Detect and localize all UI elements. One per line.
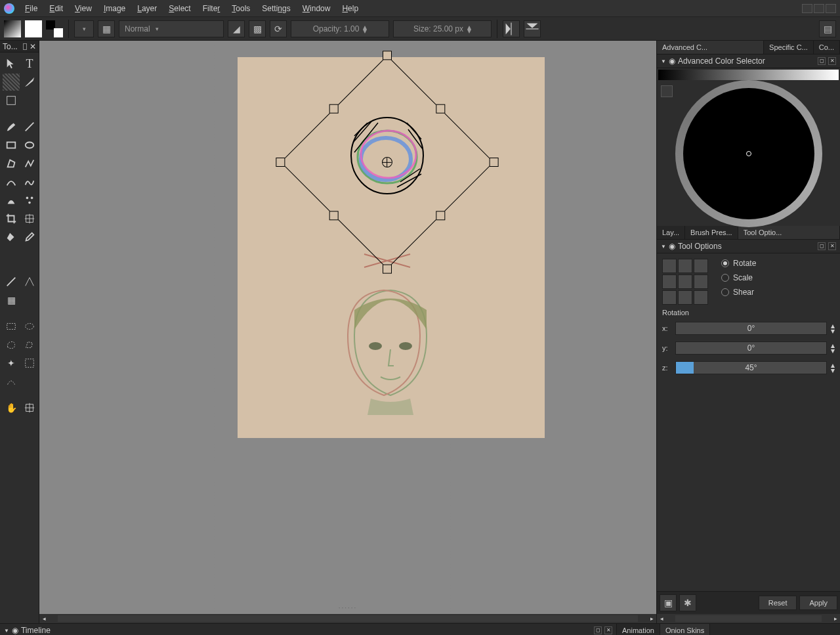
measure-tool[interactable] [3,273,20,290]
rect-tool[interactable] [3,137,20,154]
close-panel-icon[interactable]: ✕ [604,626,612,634]
color-config-icon[interactable] [661,85,673,97]
text-tool[interactable]: T [21,55,38,72]
handle-tl[interactable] [383,51,392,60]
bezier-tool[interactable] [3,173,20,190]
menu-view[interactable]: View [70,1,97,16]
canvas-viewport[interactable]: ······ ◂▸ [39,41,656,623]
menu-tools[interactable]: Tools [226,1,255,16]
handle-br[interactable] [383,265,392,274]
opacity-field[interactable]: Opacity: 1.00▴▾ [291,20,389,37]
tab-compositions[interactable]: Co... [814,41,840,54]
tab-advanced-color[interactable]: Advanced C... [657,41,764,54]
canvas-scrollbar-h[interactable]: ◂▸ [39,614,656,623]
right-scrollbar-h[interactable]: ◂▸ [657,614,840,623]
transform-pivot-icon[interactable] [380,155,395,170]
canvas-resize-grip[interactable]: ······ [39,604,656,611]
reload-brush-icon[interactable]: ⟳ [270,20,287,37]
ellipse-tool[interactable] [21,137,38,154]
mirror-v-icon[interactable] [524,20,541,37]
radio-rotate[interactable]: Rotate [721,259,756,268]
mirror-h-icon[interactable] [503,20,520,37]
poly-select-tool[interactable] [21,336,38,353]
move-tool[interactable] [3,55,20,72]
brush-preset-dd[interactable] [74,20,94,37]
crop-tool[interactable] [3,210,20,227]
transform-tool[interactable] [3,74,20,91]
menu-edit[interactable]: Edit [44,1,68,16]
handle-tr[interactable] [490,158,499,167]
tab-specific-color[interactable]: Specific C... [764,41,814,54]
contiguous-select-tool[interactable]: ✦ [3,355,20,372]
handle-bm[interactable] [329,211,339,220]
freehand-path-tool[interactable] [21,173,38,190]
pattern-swatch[interactable] [25,20,42,37]
float-panel-icon[interactable]: ◻ [818,57,826,65]
rotation-y-field[interactable]: 0° [675,341,827,355]
menu-window[interactable]: Window [297,1,336,16]
float-dock-icon[interactable] [23,43,27,50]
apply-button[interactable]: Apply [799,596,837,610]
edit-shapes-tool[interactable] [21,74,38,91]
close-dock-icon[interactable]: ✕ [30,42,36,51]
gradient-tool[interactable] [3,247,20,264]
tab-tool-options[interactable]: Tool Optio... [738,226,840,239]
handle-bl[interactable] [276,158,285,167]
line-tool[interactable] [21,118,38,135]
multi-brush-tool[interactable] [21,192,38,209]
move-layer-tool[interactable] [21,210,38,227]
menu-image[interactable]: Image [98,1,131,16]
menu-help[interactable]: Help [337,1,364,16]
reset-button[interactable]: Reset [759,596,797,610]
float-panel-icon[interactable]: ◻ [594,626,602,634]
rotation-z-field[interactable]: 45° [675,361,827,374]
menu-layer[interactable]: Layer [132,1,162,16]
menu-select[interactable]: Select [163,1,196,16]
radio-shear[interactable]: Shear [721,288,756,297]
tab-animation[interactable]: Animation [617,624,660,635]
color-wheel[interactable] [683,88,814,219]
reference-tool[interactable]: ▦ [3,292,20,309]
value-slider[interactable] [658,70,839,80]
handle-mr[interactable] [436,211,445,220]
close-panel-icon[interactable]: ✕ [828,242,836,250]
tab-layers[interactable]: Lay... [657,226,685,239]
rotation-x-field[interactable]: 0° [675,322,827,335]
calligraphy-tool[interactable] [3,92,20,109]
tab-onion-skins[interactable]: Onion Skins [660,624,710,635]
float-panel-icon[interactable]: ◻ [818,242,826,250]
menu-filter[interactable]: Filter [198,1,226,16]
anchor-grid[interactable] [662,259,708,305]
size-field[interactable]: Size: 25.00 px▴▾ [393,20,492,37]
workspace-chooser-icon[interactable]: ▤ [819,20,836,37]
close-icon[interactable] [826,4,836,13]
radio-scale[interactable]: Scale [721,273,756,282]
close-panel-icon[interactable]: ✕ [828,57,836,65]
handle-tm[interactable] [436,104,445,114]
polygon-tool[interactable] [3,155,20,172]
fg-bg-swatch[interactable] [46,20,63,37]
freehand-select-tool[interactable] [3,336,20,353]
blend-mode-dd[interactable]: Normal [119,20,224,37]
dyna-tool[interactable] [3,192,20,209]
gradient-swatch[interactable] [4,20,21,37]
similar-select-tool[interactable] [21,355,38,372]
minimize-icon[interactable] [802,4,812,13]
brush-settings-icon[interactable]: ▦ [98,20,115,37]
ellipse-select-tool[interactable] [21,318,38,335]
menu-file[interactable]: File [20,1,43,16]
assistant-tool[interactable] [21,273,38,290]
handle-ml[interactable] [329,104,339,114]
transform-around-icon[interactable]: ▣ [660,594,677,611]
menu-settings[interactable]: Settings [257,1,295,16]
tab-brush-presets[interactable]: Brush Pres... [685,226,738,239]
alpha-lock-icon[interactable]: ▩ [249,20,266,37]
lightbulb-icon[interactable]: ✱ [679,594,696,611]
zoom-tool[interactable] [21,399,38,416]
fill-tool[interactable] [3,229,20,246]
rect-select-tool[interactable] [3,318,20,335]
color-picker-tool[interactable] [21,229,38,246]
maximize-icon[interactable] [814,4,824,13]
pan-tool[interactable]: ✋ [3,399,20,416]
polyline-tool[interactable] [21,155,38,172]
